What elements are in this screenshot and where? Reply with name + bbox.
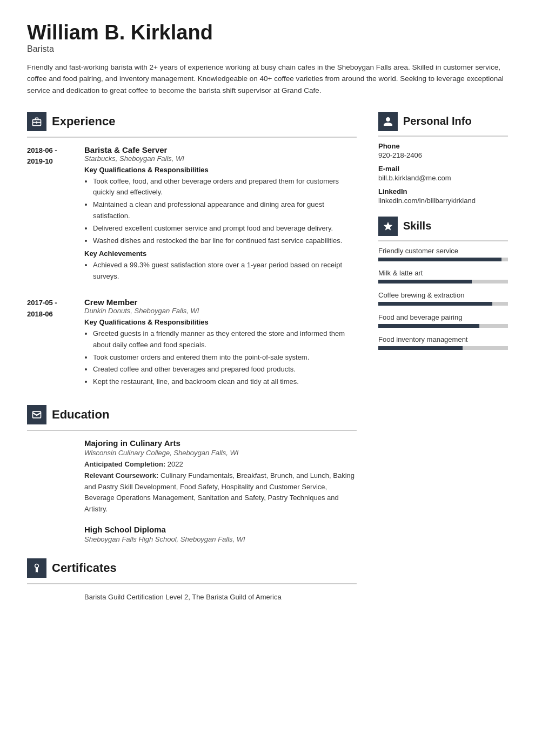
- right-column: Personal Info Phone 920-218-2406 E-mail …: [378, 112, 508, 618]
- skill-bar-fill-0: [378, 258, 501, 261]
- experience-divider: [27, 137, 357, 138]
- skill-bar-fill-3: [378, 324, 479, 328]
- phone-label: Phone: [378, 142, 508, 150]
- certificates-icon: [27, 558, 46, 578]
- personal-info-header: Personal Info: [378, 112, 508, 131]
- education-entry-2: High School Diploma Sheboygan Falls High…: [27, 525, 357, 543]
- list-item: Washed dishes and restocked the bar line…: [93, 235, 357, 247]
- certificate-entry-1: Barista Guild Certification Level 2, The…: [27, 592, 357, 603]
- experience-entry-1: 2018-06 - 2019-10 Barista & Cafe Server …: [27, 145, 357, 285]
- edu-school-2: Sheboygan Falls High School, Sheboygan F…: [84, 535, 357, 543]
- exp-ach-list-1: Achieved a 99.3% guest satisfaction stor…: [84, 260, 357, 282]
- skill-bar-fill-2: [378, 302, 492, 306]
- list-item: Greeted guests in a friendly manner as t…: [93, 328, 357, 351]
- exp-content-2: Crew Member Dunkin Donuts, Sheboygan Fal…: [84, 298, 357, 390]
- experience-section-header: Experience: [27, 112, 357, 131]
- edu-completion-1: Anticipated Completion: 2022: [84, 459, 357, 470]
- personal-info-icon: [378, 112, 398, 131]
- skills-title: Skills: [403, 220, 431, 232]
- skill-bar-bg-0: [378, 258, 508, 261]
- edu-school-1: Wisconsin Culinary College, Sheboygan Fa…: [84, 449, 357, 457]
- candidate-title: Barista: [27, 44, 508, 54]
- skills-header: Skills: [378, 217, 508, 236]
- skill-label-0: Friendly customer service: [378, 247, 508, 255]
- list-item: Took coffee, food, and other beverage or…: [93, 176, 357, 199]
- exp-company-1: Starbucks, Sheboygan Falls, WI: [84, 154, 357, 163]
- phone-value: 920-218-2406: [378, 151, 508, 159]
- education-section: Education Majoring in Culinary Arts Wisc…: [27, 405, 357, 543]
- education-title: Education: [52, 408, 109, 422]
- linkedin-value: linkedin.com/in/billbarrykirkland: [378, 197, 508, 205]
- skill-item-0: Friendly customer service: [378, 247, 508, 261]
- certificates-title: Certificates: [52, 561, 117, 575]
- skill-bar-fill-4: [378, 346, 463, 350]
- skills-icon: [378, 217, 398, 236]
- linkedin-label: LinkedIn: [378, 187, 508, 195]
- skill-item-3: Food and beverage pairing: [378, 313, 508, 328]
- skill-item-4: Food inventory management: [378, 335, 508, 350]
- email-value: bill.b.kirkland@me.com: [378, 174, 508, 182]
- list-item: Kept the restaurant, line, and backroom …: [93, 376, 357, 388]
- exp-qual-list-2: Greeted guests in a friendly manner as t…: [84, 328, 357, 388]
- certificates-divider: [27, 583, 357, 584]
- skill-label-3: Food and beverage pairing: [378, 313, 508, 321]
- candidate-name: William B. Kirkland: [27, 22, 508, 44]
- experience-title: Experience: [52, 114, 115, 129]
- exp-date-2: 2017-05 - 2018-06: [27, 298, 76, 390]
- edu-coursework-1: Relevant Coursework: Culinary Fundamenta…: [84, 470, 357, 515]
- edu-degree-1: Majoring in Culinary Arts: [84, 438, 357, 448]
- education-entry-1: Majoring in Culinary Arts Wisconsin Culi…: [27, 438, 357, 515]
- skill-bar-bg-1: [378, 280, 508, 284]
- exp-content-1: Barista & Cafe Server Starbucks, Sheboyg…: [84, 145, 357, 285]
- exp-company-2: Dunkin Donuts, Sheboygan Falls, WI: [84, 307, 357, 315]
- personal-info-title: Personal Info: [403, 115, 472, 127]
- resume-header: William B. Kirkland Barista Friendly and…: [27, 22, 508, 97]
- skill-label-2: Coffee brewing & extraction: [378, 291, 508, 299]
- skills-section: Skills Friendly customer service Milk & …: [378, 217, 508, 350]
- exp-job-title-2: Crew Member: [84, 298, 357, 307]
- exp-qual-label-2: Key Qualifications & Responsibilities: [84, 318, 357, 326]
- certificates-section-header: Certificates: [27, 558, 357, 578]
- education-section-header: Education: [27, 405, 357, 424]
- exp-ach-label-1: Key Achievements: [84, 249, 357, 258]
- list-item: Achieved a 99.3% guest satisfaction stor…: [93, 260, 357, 282]
- skill-bar-bg-3: [378, 324, 508, 328]
- experience-section: Experience 2018-06 - 2019-10 Barista & C…: [27, 112, 357, 390]
- skill-bar-bg-2: [378, 302, 508, 306]
- education-divider: [27, 430, 357, 431]
- certificates-section: Certificates Barista Guild Certification…: [27, 558, 357, 603]
- list-item: Maintained a clean and professional appe…: [93, 199, 357, 222]
- personal-info-divider: [378, 136, 508, 137]
- main-layout: Experience 2018-06 - 2019-10 Barista & C…: [27, 112, 508, 618]
- skill-item-1: Milk & latte art: [378, 269, 508, 284]
- personal-info-section: Personal Info Phone 920-218-2406 E-mail …: [378, 112, 508, 205]
- experience-icon: [27, 112, 46, 131]
- exp-date-1: 2018-06 - 2019-10: [27, 145, 76, 285]
- skill-item-2: Coffee brewing & extraction: [378, 291, 508, 306]
- skill-bar-fill-1: [378, 280, 472, 284]
- skill-label-1: Milk & latte art: [378, 269, 508, 277]
- skill-label-4: Food inventory management: [378, 335, 508, 343]
- left-column: Experience 2018-06 - 2019-10 Barista & C…: [27, 112, 357, 618]
- list-item: Created coffee and other beverages and p…: [93, 364, 357, 375]
- experience-entry-2: 2017-05 - 2018-06 Crew Member Dunkin Don…: [27, 298, 357, 390]
- exp-qual-list-1: Took coffee, food, and other beverage or…: [84, 176, 357, 247]
- list-item: Delivered excellent customer service and…: [93, 223, 357, 234]
- candidate-summary: Friendly and fast-working barista with 2…: [27, 62, 508, 97]
- exp-job-title-1: Barista & Cafe Server: [84, 145, 357, 154]
- edu-degree-2: High School Diploma: [84, 525, 357, 534]
- exp-qual-label-1: Key Qualifications & Responsibilities: [84, 166, 357, 174]
- email-label: E-mail: [378, 165, 508, 173]
- education-icon: [27, 405, 46, 424]
- list-item: Took customer orders and entered them in…: [93, 352, 357, 363]
- skills-divider: [378, 240, 508, 241]
- skill-bar-bg-4: [378, 346, 508, 350]
